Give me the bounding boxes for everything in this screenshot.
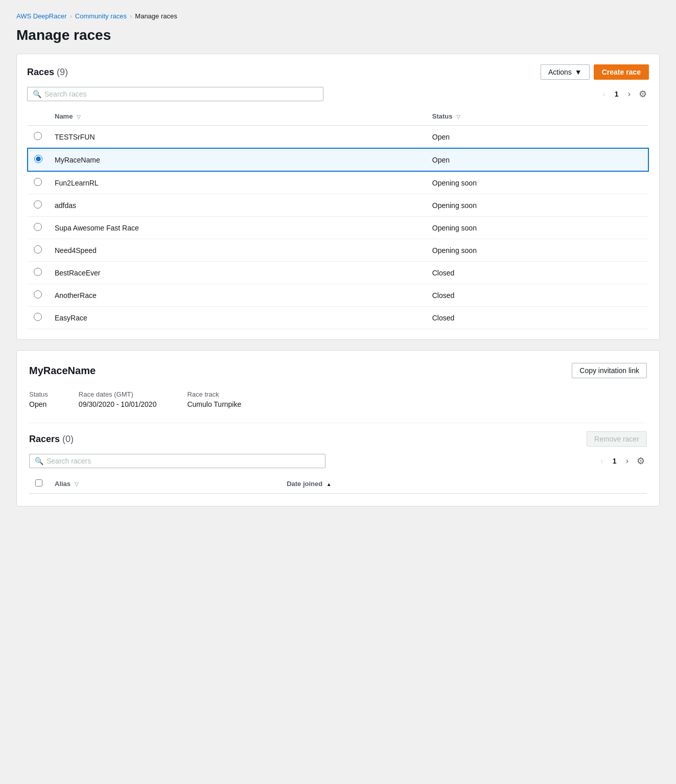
- detail-dates-item: Race dates (GMT) 09/30/2020 - 10/01/2020: [79, 390, 157, 408]
- race-status-cell: Opening soon: [426, 239, 648, 262]
- race-status-cell: Open: [426, 148, 648, 171]
- radio-cell[interactable]: [28, 171, 49, 194]
- radio-cell[interactable]: [28, 126, 49, 149]
- radio-cell[interactable]: [28, 148, 49, 171]
- remove-racer-button[interactable]: Remove racer: [587, 431, 647, 447]
- racers-table-settings-button[interactable]: ⚙: [635, 454, 647, 468]
- detail-track-label: Race track: [187, 390, 241, 398]
- racers-table: Alias ▽ Date joined ▲: [29, 474, 647, 494]
- races-card-title: Races (9): [27, 67, 68, 78]
- race-status-cell: Opening soon: [426, 171, 648, 194]
- header-alias-col[interactable]: Alias ▽: [49, 474, 281, 494]
- detail-title: MyRaceName: [29, 365, 96, 377]
- table-row[interactable]: Fun2LearnRL Opening soon: [28, 171, 648, 194]
- race-name-cell: Fun2LearnRL: [49, 171, 426, 194]
- radio-cell[interactable]: [28, 217, 49, 239]
- racers-toolbar: 🔍 ‹ 1 › ⚙: [29, 454, 647, 468]
- races-pagination: ‹ 1 › ⚙: [599, 87, 649, 101]
- races-count: (9): [57, 67, 68, 77]
- next-page-button[interactable]: ›: [625, 88, 634, 100]
- races-toolbar: 🔍 ‹ 1 › ⚙: [27, 87, 649, 101]
- header-status-col[interactable]: Status ▽: [426, 107, 648, 126]
- race-status-cell: Opening soon: [426, 217, 648, 239]
- name-sort-icon: ▽: [77, 114, 81, 120]
- header-name-col[interactable]: Name ▽: [49, 107, 426, 126]
- detail-status-value: Open: [29, 400, 48, 408]
- race-radio[interactable]: [34, 290, 42, 298]
- race-name-cell: TESTSrFUN: [49, 126, 426, 149]
- detail-card: MyRaceName Copy invitation link Status O…: [16, 350, 660, 506]
- detail-divider: [29, 423, 647, 423]
- race-radio[interactable]: [34, 132, 42, 140]
- actions-button[interactable]: Actions ▼: [541, 64, 590, 80]
- racers-pagination: ‹ 1 › ⚙: [597, 454, 647, 468]
- race-radio[interactable]: [34, 155, 42, 163]
- radio-cell[interactable]: [28, 262, 49, 284]
- races-table-body: TESTSrFUN Open MyRaceName Open Fun2Learn…: [28, 126, 648, 329]
- status-sort-icon: ▽: [456, 114, 460, 120]
- header-checkbox-col: [29, 474, 49, 494]
- header-date-joined-col[interactable]: Date joined ▲: [281, 474, 647, 494]
- detail-status-item: Status Open: [29, 390, 48, 408]
- race-radio[interactable]: [34, 313, 42, 321]
- racers-search-input[interactable]: [46, 457, 320, 465]
- table-row[interactable]: AnotherRace Closed: [28, 284, 648, 307]
- alias-sort-icon: ▽: [75, 481, 79, 487]
- detail-track-item: Race track Cumulo Turnpike: [187, 390, 241, 408]
- page-title: Manage races: [16, 27, 660, 43]
- copy-invitation-link-button[interactable]: Copy invitation link: [572, 363, 647, 378]
- chevron-down-icon: ▼: [575, 68, 582, 76]
- race-radio[interactable]: [34, 178, 42, 186]
- radio-cell[interactable]: [28, 307, 49, 329]
- date-joined-sort-icon: ▲: [327, 481, 332, 487]
- table-row[interactable]: adfdas Opening soon: [28, 194, 648, 217]
- table-row[interactable]: MyRaceName Open: [28, 148, 648, 171]
- racers-section-title: Racers (0): [29, 434, 74, 445]
- breadcrumb-home-link[interactable]: AWS DeepRacer: [16, 12, 67, 20]
- racers-current-page: 1: [610, 457, 620, 465]
- racers-next-page-button[interactable]: ›: [623, 455, 632, 467]
- detail-header: MyRaceName Copy invitation link: [29, 363, 647, 378]
- races-search-bar[interactable]: 🔍: [27, 87, 323, 101]
- race-status-cell: Opening soon: [426, 194, 648, 217]
- table-row[interactable]: Need4Speed Opening soon: [28, 239, 648, 262]
- radio-cell[interactable]: [28, 284, 49, 307]
- table-row[interactable]: EasyRace Closed: [28, 307, 648, 329]
- racers-search-bar[interactable]: 🔍: [29, 454, 325, 468]
- table-row[interactable]: Supa Awesome Fast Race Opening soon: [28, 217, 648, 239]
- table-settings-button[interactable]: ⚙: [637, 87, 649, 101]
- table-row[interactable]: TESTSrFUN Open: [28, 126, 648, 149]
- race-name-cell: Supa Awesome Fast Race: [49, 217, 426, 239]
- create-race-button[interactable]: Create race: [594, 64, 649, 80]
- race-status-cell: Closed: [426, 262, 648, 284]
- race-status-cell: Closed: [426, 284, 648, 307]
- racers-section-header: Racers (0) Remove racer: [29, 431, 647, 447]
- race-radio[interactable]: [34, 245, 42, 253]
- racers-count: (0): [62, 434, 74, 444]
- detail-dates-label: Race dates (GMT): [79, 390, 157, 398]
- races-table: Name ▽ Status ▽ TESTSrFUN Open MyRaceNam…: [27, 107, 649, 329]
- race-name-cell: BestRaceEver: [49, 262, 426, 284]
- racers-search-icon: 🔍: [35, 457, 43, 465]
- race-name-cell: EasyRace: [49, 307, 426, 329]
- radio-cell[interactable]: [28, 194, 49, 217]
- breadcrumb: AWS DeepRacer › Community races › Manage…: [16, 12, 660, 20]
- radio-cell[interactable]: [28, 239, 49, 262]
- detail-status-label: Status: [29, 390, 48, 398]
- prev-page-button[interactable]: ‹: [599, 88, 608, 100]
- races-actions-row: Actions ▼ Create race: [541, 64, 649, 80]
- race-name-cell: AnotherRace: [49, 284, 426, 307]
- detail-dates-value: 09/30/2020 - 10/01/2020: [79, 400, 157, 408]
- race-radio[interactable]: [34, 200, 42, 209]
- races-card: Races (9) Actions ▼ Create race 🔍 ‹ 1 › …: [16, 54, 660, 340]
- race-radio[interactable]: [34, 268, 42, 276]
- races-search-input[interactable]: [44, 90, 318, 98]
- breadcrumb-section-link[interactable]: Community races: [75, 12, 127, 20]
- race-status-cell: Closed: [426, 307, 648, 329]
- race-status-cell: Open: [426, 126, 648, 149]
- select-all-checkbox[interactable]: [35, 479, 42, 487]
- race-radio[interactable]: [34, 223, 42, 231]
- table-row[interactable]: BestRaceEver Closed: [28, 262, 648, 284]
- racers-prev-page-button[interactable]: ‹: [597, 455, 606, 467]
- racers-table-header: Alias ▽ Date joined ▲: [29, 474, 647, 494]
